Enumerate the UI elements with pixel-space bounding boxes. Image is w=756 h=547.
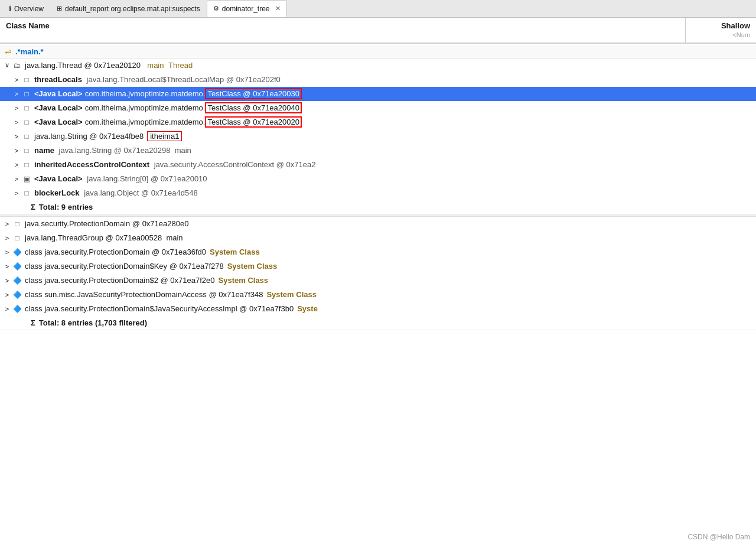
expander-sys3[interactable]: > [2,276,12,285]
sys-icon: 🔷 [12,261,22,272]
expander-arr[interactable]: > [12,174,21,184]
report-icon: ⊞ [57,5,62,12]
list-item[interactable]: > □ java.security.ProtectionDomain @ 0x7… [0,217,756,231]
obj-icon: □ [21,131,32,142]
list-item[interactable]: > 🔷 class java.security.ProtectionDomain… [0,259,756,274]
watermark: CSDN @Hello Dam [687,533,750,541]
list-item[interactable]: > □ <Java Local> com.itheima.jvmoptimize… [0,101,756,115]
obj-icon: □ [21,74,32,85]
expander-sys4[interactable]: > [2,290,12,299]
tab-dominator-label: dominator_tree [222,5,270,13]
list-item[interactable]: > □ <Java Local> com.itheima.jvmoptimize… [0,87,756,101]
tab-overview-label: Overview [14,5,44,13]
expander-blocker[interactable]: > [12,188,21,198]
expander-string1[interactable]: > [12,132,21,141]
tab-default-report[interactable]: ⊞ default_report org.eclipse.mat.api:sus… [50,1,207,17]
sys-icon: 🔷 [12,275,22,286]
sys-icon: 🔷 [12,247,22,258]
thread-icon: 🗂 [12,60,22,71]
table-header: Class Name Shallow <Num [0,18,756,44]
list-item[interactable]: > □ blockerLock java.lang.Object @ 0x71e… [0,186,756,200]
obj-icon: □ [12,219,22,229]
list-item[interactable]: > ▣ <Java Local> java.lang.String[0] @ 0… [0,172,756,186]
tab-close-button[interactable]: ✕ [275,5,281,12]
expander-javalocal3[interactable]: > [12,118,21,127]
list-item[interactable]: > □ java.lang.ThreadGroup @ 0x71ea00528 … [0,231,756,245]
arr-icon: ▣ [21,174,32,184]
list-item[interactable]: > □ java.lang.String @ 0x71ea4fbe8 ithei… [0,129,756,144]
expander-inherited[interactable]: > [12,160,21,170]
list-item[interactable]: > 🔷 class java.security.ProtectionDomain… [0,302,756,316]
shallow-header: Shallow <Num [685,18,756,43]
content-area: Class Name Shallow <Num ⇌ .*main.* ∨ 🗂 j… [0,18,756,547]
tree-area: ⇌ .*main.* ∨ 🗂 java.lang.Thread @ 0x71ea… [0,44,756,331]
list-item[interactable]: > □ <Java Local> com.itheima.jvmoptimize… [0,115,756,129]
overview-icon: ℹ [9,5,11,12]
tab-bar: ℹ Overview ⊞ default_report org.eclipse.… [0,0,756,18]
obj-icon: □ [21,103,32,113]
expander-name[interactable]: > [12,146,21,155]
total-row-bottom: Σ Total: 8 entries (1,703 filtered) [0,316,756,330]
obj-icon: □ [21,117,32,128]
tab-dominator-tree[interactable]: ⚙ dominator_tree ✕ [207,1,287,17]
list-item[interactable]: > □ name java.lang.String @ 0x71ea20298 … [0,144,756,158]
obj-icon: □ [21,159,32,170]
expander-javalocal1[interactable]: > [12,89,21,99]
class-name-header: Class Name [0,18,685,43]
list-item[interactable]: > 🔷 class java.security.ProtectionDomain… [0,245,756,259]
expander-javalocal2[interactable]: > [12,103,21,113]
obj-icon: □ [21,145,32,156]
total-row-thread: Σ Total: 9 entries [0,200,756,214]
list-item[interactable]: > 🔷 class sun.misc.JavaSecurityProtectio… [0,288,756,302]
sys-icon: 🔷 [12,304,22,314]
expander-sys2[interactable]: > [2,262,12,271]
obj-icon: □ [21,89,32,99]
tab-overview[interactable]: ℹ Overview [2,1,50,17]
tree-icon: ⚙ [213,5,219,12]
obj-icon: □ [21,188,32,198]
thread-row-content: java.lang.Thread @ 0x71ea20120 main Thre… [25,61,756,70]
filter-text: .*main.* [15,47,44,56]
filter-row: ⇌ .*main.* [0,45,756,58]
thread-row[interactable]: ∨ 🗂 java.lang.Thread @ 0x71ea20120 main … [0,58,756,73]
expander-threadlocals[interactable]: > [12,75,21,84]
thread-expander[interactable]: ∨ [2,61,12,70]
expander-pd1[interactable]: > [2,219,12,229]
obj-icon: □ [12,233,22,243]
list-item[interactable]: > 🔷 class java.security.ProtectionDomain… [0,274,756,288]
list-item[interactable]: > □ inheritedAccessControlContext java.s… [0,158,756,172]
filter-icon: ⇌ [5,47,12,56]
expander-tg[interactable]: > [2,233,12,243]
expander-sys5[interactable]: > [2,304,12,314]
expander-sys1[interactable]: > [2,248,12,257]
sys-icon: 🔷 [12,289,22,300]
list-item[interactable]: > □ threadLocals java.lang.ThreadLocal$T… [0,73,756,87]
tab-report-label: default_report org.eclipse.mat.api:suspe… [65,5,200,13]
